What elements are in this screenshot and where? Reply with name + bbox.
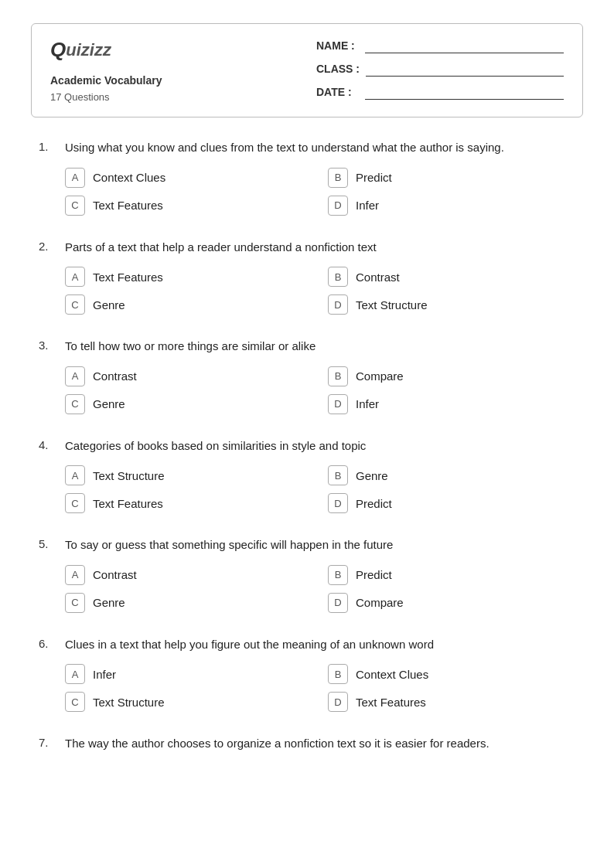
question-num-3: 3. xyxy=(39,338,57,352)
option-letter-1-b: B xyxy=(328,168,348,188)
name-row: NAME : xyxy=(316,38,564,53)
option-text-2-c: Genre xyxy=(93,298,125,311)
question-text-6: Clues in a text that help you figure out… xyxy=(65,636,434,654)
class-row: CLASS : xyxy=(316,61,564,77)
option-item-3-b[interactable]: BCompare xyxy=(328,366,575,386)
option-text-6-c: Text Structure xyxy=(93,696,165,709)
option-text-3-d: Infer xyxy=(356,397,379,410)
option-text-4-a: Text Structure xyxy=(93,469,165,482)
header-left: Q uizizz Academic Vocabulary 17 Question… xyxy=(50,38,162,103)
question-row-2: 2.Parts of a text that help a reader und… xyxy=(39,239,575,257)
option-item-1-a[interactable]: AContext Clues xyxy=(65,168,312,188)
option-text-2-a: Text Features xyxy=(93,271,163,284)
option-item-4-b[interactable]: BGenre xyxy=(328,465,575,485)
question-text-7: The way the author chooses to organize a… xyxy=(65,735,489,753)
option-item-4-c[interactable]: CText Features xyxy=(65,493,312,513)
question-block-7: 7.The way the author chooses to organize… xyxy=(39,735,575,753)
option-letter-4-d: D xyxy=(328,493,348,513)
option-text-2-d: Text Structure xyxy=(356,298,428,311)
option-item-5-a[interactable]: AContrast xyxy=(65,565,312,585)
question-text-3: To tell how two or more things are simil… xyxy=(65,338,316,356)
date-line xyxy=(365,84,564,100)
option-text-2-b: Contrast xyxy=(356,271,400,284)
option-letter-5-c: C xyxy=(65,593,85,613)
question-text-4: Categories of books based on similaritie… xyxy=(65,437,366,455)
option-letter-4-c: C xyxy=(65,493,85,513)
option-text-1-d: Infer xyxy=(356,199,379,212)
option-text-3-c: Genre xyxy=(93,397,125,410)
option-letter-5-b: B xyxy=(328,565,348,585)
options-grid-5: AContrastBPredictCGenreDCompare xyxy=(65,565,575,613)
quiz-count: 17 Questions xyxy=(50,91,162,103)
page: Q uizizz Academic Vocabulary 17 Question… xyxy=(0,0,614,868)
header-box: Q uizizz Academic Vocabulary 17 Question… xyxy=(31,23,583,117)
option-item-6-c[interactable]: CText Structure xyxy=(65,692,312,712)
questions-section: 1.Using what you know and clues from the… xyxy=(31,139,583,753)
option-item-6-b[interactable]: BContext Clues xyxy=(328,664,575,684)
date-label: DATE : xyxy=(316,86,359,98)
option-letter-2-a: A xyxy=(65,267,85,287)
option-item-1-c[interactable]: CText Features xyxy=(65,196,312,216)
option-item-2-c[interactable]: CGenre xyxy=(65,294,312,315)
class-label: CLASS : xyxy=(316,63,360,75)
option-item-2-d[interactable]: DText Structure xyxy=(328,294,575,315)
question-text-1: Using what you know and clues from the t… xyxy=(65,139,504,157)
option-item-6-d[interactable]: DText Features xyxy=(328,692,575,712)
option-item-5-c[interactable]: CGenre xyxy=(65,593,312,613)
option-item-3-a[interactable]: AContrast xyxy=(65,366,312,386)
option-text-6-a: Infer xyxy=(93,668,116,681)
option-text-4-d: Predict xyxy=(356,497,392,510)
option-letter-3-b: B xyxy=(328,366,348,386)
question-row-1: 1.Using what you know and clues from the… xyxy=(39,139,575,157)
option-text-3-a: Contrast xyxy=(93,369,137,383)
option-letter-2-d: D xyxy=(328,294,348,315)
option-item-4-a[interactable]: AText Structure xyxy=(65,465,312,485)
question-row-4: 4.Categories of books based on similarit… xyxy=(39,437,575,455)
option-text-4-b: Genre xyxy=(356,469,388,482)
option-letter-2-c: C xyxy=(65,294,85,315)
question-num-7: 7. xyxy=(39,735,57,749)
option-text-1-b: Predict xyxy=(356,171,392,184)
option-item-2-b[interactable]: BContrast xyxy=(328,267,575,287)
option-letter-1-d: D xyxy=(328,196,348,216)
logo: Q uizizz xyxy=(50,38,162,62)
option-letter-6-a: A xyxy=(65,664,85,684)
question-block-1: 1.Using what you know and clues from the… xyxy=(39,139,575,216)
option-text-1-c: Text Features xyxy=(93,199,163,212)
option-letter-5-a: A xyxy=(65,565,85,585)
class-line xyxy=(366,61,564,77)
option-item-6-a[interactable]: AInfer xyxy=(65,664,312,684)
header-right: NAME : CLASS : DATE : xyxy=(316,38,564,100)
question-num-4: 4. xyxy=(39,437,57,451)
question-num-1: 1. xyxy=(39,139,57,153)
question-num-2: 2. xyxy=(39,239,57,253)
option-item-3-d[interactable]: DInfer xyxy=(328,394,575,414)
question-block-4: 4.Categories of books based on similarit… xyxy=(39,437,575,514)
options-grid-2: AText FeaturesBContrastCGenreDText Struc… xyxy=(65,267,575,315)
question-row-7: 7.The way the author chooses to organize… xyxy=(39,735,575,753)
question-num-5: 5. xyxy=(39,536,57,550)
option-letter-6-d: D xyxy=(328,692,348,712)
question-text-5: To say or guess that something specific … xyxy=(65,536,393,554)
option-item-1-b[interactable]: BPredict xyxy=(328,168,575,188)
name-label: NAME : xyxy=(316,39,359,52)
option-item-4-d[interactable]: DPredict xyxy=(328,493,575,513)
option-letter-3-d: D xyxy=(328,394,348,414)
options-grid-4: AText StructureBGenreCText FeaturesDPred… xyxy=(65,465,575,513)
option-item-1-d[interactable]: DInfer xyxy=(328,196,575,216)
option-item-2-a[interactable]: AText Features xyxy=(65,267,312,287)
option-letter-3-c: C xyxy=(65,394,85,414)
option-letter-1-c: C xyxy=(65,196,85,216)
question-row-3: 3.To tell how two or more things are sim… xyxy=(39,338,575,356)
option-letter-4-a: A xyxy=(65,465,85,485)
option-item-5-b[interactable]: BPredict xyxy=(328,565,575,585)
question-block-5: 5.To say or guess that something specifi… xyxy=(39,536,575,613)
question-num-6: 6. xyxy=(39,636,57,650)
option-letter-2-b: B xyxy=(328,267,348,287)
option-text-3-b: Compare xyxy=(356,369,404,383)
option-item-5-d[interactable]: DCompare xyxy=(328,593,575,613)
question-block-2: 2.Parts of a text that help a reader und… xyxy=(39,239,575,315)
option-item-3-c[interactable]: CGenre xyxy=(65,394,312,414)
logo-text: uizizz xyxy=(66,40,111,60)
option-text-5-c: Genre xyxy=(93,596,125,609)
